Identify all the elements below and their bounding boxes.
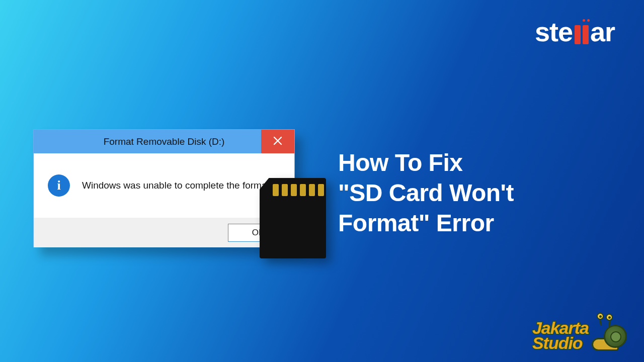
close-button[interactable] [261, 130, 294, 153]
sd-card-icon [260, 178, 326, 258]
stellar-logo-text-left: ste [535, 16, 573, 47]
dialog-body: i Windows was unable to complete the for… [34, 153, 294, 218]
hero-canvas: ste ar Format Removable Disk (D:) i Wind… [0, 0, 644, 362]
dialog-title: Format Removable Disk (D:) [104, 136, 225, 147]
dialog-titlebar[interactable]: Format Removable Disk (D:) [34, 130, 294, 153]
jakarta-studio-wordmark: Jakarta Studio [532, 320, 589, 351]
format-error-dialog: Format Removable Disk (D:) i Windows was… [33, 129, 295, 247]
stellar-logo-bars-icon [575, 25, 589, 44]
headline-line-1: How To Fix [338, 148, 514, 178]
headline-line-3: Format" Error [338, 208, 514, 238]
stellar-logo: ste ar [535, 16, 615, 47]
stellar-logo-text-right: ar [590, 16, 615, 47]
headline-line-2: "SD Card Won't [338, 178, 514, 208]
info-icon: i [48, 174, 70, 197]
snail-mascot-icon [592, 315, 628, 351]
dialog-footer: OK [34, 218, 294, 247]
close-icon [273, 135, 282, 148]
jakarta-studio-logo: Jakarta Studio [532, 315, 628, 351]
dialog-message: Windows was unable to complete the forma… [82, 180, 272, 191]
headline: How To Fix "SD Card Won't Format" Error [338, 148, 514, 238]
